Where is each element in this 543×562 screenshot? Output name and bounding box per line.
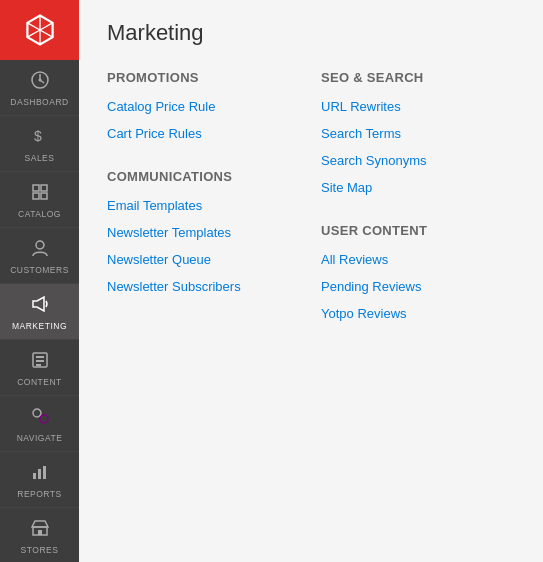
reports-icon [30,462,50,485]
left-column: Promotions Catalog Price Rule Cart Price… [107,70,301,333]
sidebar-item-label-catalog: CATALOG [18,209,61,219]
pending-reviews-link[interactable]: Pending Reviews [321,279,515,294]
promotions-section: Promotions Catalog Price Rule Cart Price… [107,70,301,141]
svg-rect-16 [43,466,46,479]
all-reviews-link[interactable]: All Reviews [321,252,515,267]
newsletter-queue-link[interactable]: Newsletter Queue [107,252,301,267]
site-map-link[interactable]: Site Map [321,180,515,195]
sidebar-item-label-sales: SALES [25,153,55,163]
catalog-icon [30,182,50,205]
seo-search-section: SEO & Search URL Rewrites Search Terms S… [321,70,515,195]
yotpo-reviews-link[interactable]: Yotpo Reviews [321,306,515,321]
user-content-header: User Content [321,223,515,238]
cart-price-rules-link[interactable]: Cart Price Rules [107,126,301,141]
content-icon [30,350,50,373]
svg-rect-10 [36,360,44,362]
communications-header: Communications [107,169,301,184]
sidebar-item-stores[interactable]: STORES [0,508,79,562]
sidebar-item-marketing[interactable]: MARKETING [0,284,79,340]
svg-rect-15 [38,469,41,479]
search-terms-link[interactable]: Search Terms [321,126,515,141]
dashboard-icon [30,70,50,93]
sidebar-item-dashboard[interactable]: DASHBOARD [0,60,79,116]
sidebar-item-navigate[interactable]: NAVIGATE [0,396,79,452]
svg-rect-5 [33,193,39,199]
stores-icon [30,518,50,541]
search-synonyms-link[interactable]: Search Synonyms [321,153,515,168]
right-column: SEO & Search URL Rewrites Search Terms S… [321,70,515,333]
svg-rect-11 [36,364,41,366]
svg-rect-14 [33,473,36,479]
sidebar-item-label-stores: STORES [21,545,59,555]
sidebar-item-label-reports: REPORTS [17,489,61,499]
sidebar-item-customers[interactable]: CUSTOMERS [0,228,79,284]
sidebar-item-reports[interactable]: REPORTS [0,452,79,508]
sidebar-item-label-marketing: MARKETING [12,321,67,331]
content-grid: Promotions Catalog Price Rule Cart Price… [107,70,515,333]
newsletter-subscribers-link[interactable]: Newsletter Subscribers [107,279,301,294]
url-rewrites-link[interactable]: URL Rewrites [321,99,515,114]
svg-point-13 [40,415,48,423]
page-title: Marketing [107,20,515,46]
navigate-icon [30,406,50,429]
customers-icon [30,238,50,261]
svg-rect-4 [41,185,47,191]
user-content-section: User Content All Reviews Pending Reviews… [321,223,515,321]
sidebar-item-label-content: CONTENT [17,377,62,387]
sidebar-item-catalog[interactable]: CATALOG [0,172,79,228]
sidebar-item-content[interactable]: CONTENT [0,340,79,396]
svg-rect-3 [33,185,39,191]
svg-point-1 [38,79,41,82]
sidebar-item-label-navigate: NAVIGATE [17,433,63,443]
sidebar: DASHBOARD $ SALES CATALOG CUSTOMERS MARK… [0,0,79,562]
promotions-header: Promotions [107,70,301,85]
sidebar-item-label-dashboard: DASHBOARD [10,97,68,107]
seo-search-header: SEO & Search [321,70,515,85]
newsletter-templates-link[interactable]: Newsletter Templates [107,225,301,240]
svg-point-12 [33,409,41,417]
main-content: Marketing Promotions Catalog Price Rule … [79,0,543,562]
marketing-icon [30,294,50,317]
svg-point-7 [36,241,44,249]
svg-rect-9 [36,356,44,358]
communications-section: Communications Email Templates Newslette… [107,169,301,294]
sidebar-item-sales[interactable]: $ SALES [0,116,79,172]
email-templates-link[interactable]: Email Templates [107,198,301,213]
svg-rect-18 [38,530,42,535]
catalog-price-rule-link[interactable]: Catalog Price Rule [107,99,301,114]
sidebar-logo[interactable] [0,0,79,60]
svg-rect-6 [41,193,47,199]
sidebar-item-label-customers: CUSTOMERS [10,265,69,275]
sales-icon: $ [30,126,50,149]
svg-text:$: $ [34,128,42,144]
